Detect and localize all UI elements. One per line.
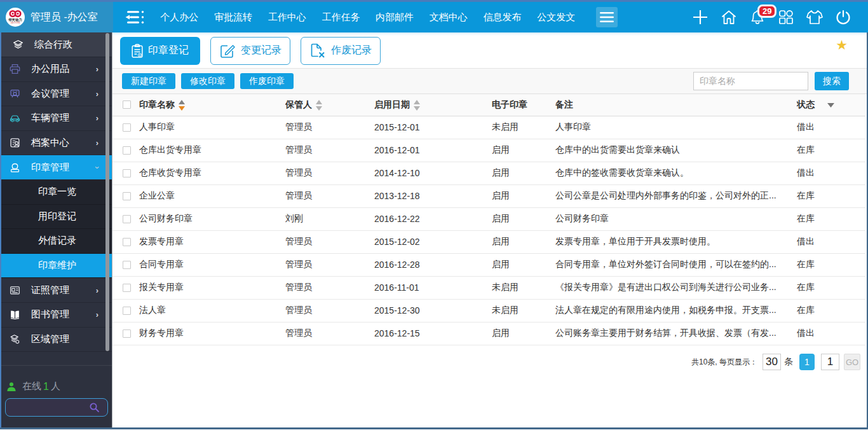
svg-text:OA SYSTEM: OA SYSTEM xyxy=(11,22,20,24)
svg-text:华天动力: 华天动力 xyxy=(8,18,22,22)
